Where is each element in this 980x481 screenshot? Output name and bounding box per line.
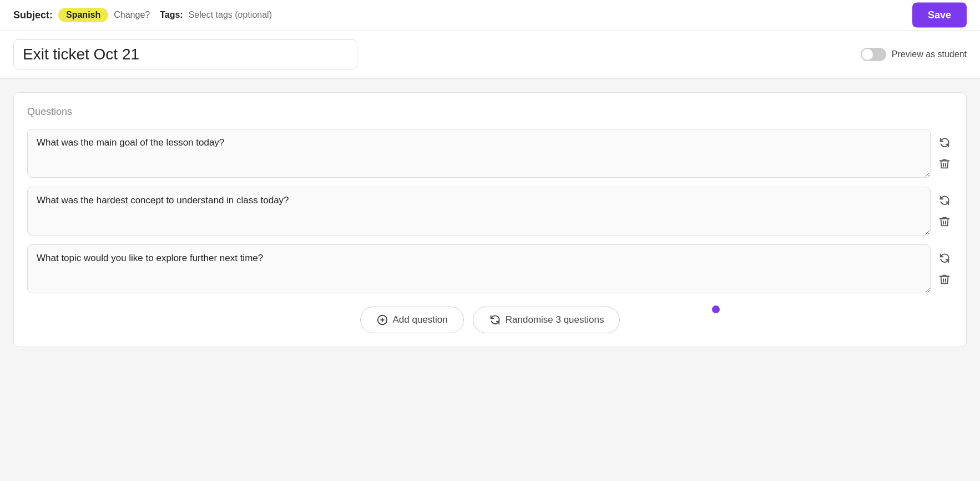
trash-icon xyxy=(938,216,951,228)
questions-heading: Questions xyxy=(27,106,953,118)
question-2-actions xyxy=(936,187,953,230)
regenerate-3-button[interactable] xyxy=(936,250,953,267)
question-1-actions xyxy=(936,129,953,172)
question-3-textarea[interactable]: What topic would you like to explore fur… xyxy=(27,244,931,293)
save-button[interactable]: Save xyxy=(912,3,967,28)
bottom-actions: Add question Randomise 3 questions xyxy=(27,307,953,333)
purple-dot xyxy=(712,305,720,313)
delete-1-button[interactable] xyxy=(936,156,953,172)
trash-icon xyxy=(938,158,951,170)
question-1-textarea[interactable]: What was the main goal of the lesson tod… xyxy=(27,129,931,178)
tags-label: Tags: xyxy=(160,10,183,20)
add-question-button[interactable]: Add question xyxy=(360,307,464,333)
plus-circle-icon xyxy=(376,314,388,326)
regenerate-icon xyxy=(938,137,951,149)
main-content: Questions What was the main goal of the … xyxy=(0,79,980,360)
randomise-icon xyxy=(489,314,501,326)
title-input[interactable] xyxy=(13,39,357,69)
delete-3-button[interactable] xyxy=(936,271,953,288)
title-row: Preview as student xyxy=(0,31,980,79)
question-row: What topic would you like to explore fur… xyxy=(27,244,953,293)
preview-label: Preview as student xyxy=(892,49,967,59)
regenerate-icon xyxy=(938,252,951,264)
question-row: What was the main goal of the lesson tod… xyxy=(27,129,953,178)
preview-toggle[interactable] xyxy=(861,48,886,61)
question-2-textarea[interactable]: What was the hardest concept to understa… xyxy=(27,187,931,236)
subject-label: Subject: xyxy=(13,9,53,21)
regenerate-icon xyxy=(938,194,951,207)
regenerate-1-button[interactable] xyxy=(936,134,953,151)
delete-2-button[interactable] xyxy=(936,213,953,230)
regenerate-2-button[interactable] xyxy=(936,192,953,209)
randomise-label: Randomise 3 questions xyxy=(506,314,604,325)
randomise-button[interactable]: Randomise 3 questions xyxy=(473,307,620,333)
change-link[interactable]: Change? xyxy=(114,10,150,20)
tags-select[interactable]: Select tags (optional) xyxy=(189,10,272,20)
question-3-actions xyxy=(936,244,953,288)
question-row: What was the hardest concept to understa… xyxy=(27,187,953,236)
preview-toggle-row: Preview as student xyxy=(861,48,967,61)
trash-icon xyxy=(938,273,951,285)
questions-section: Questions What was the main goal of the … xyxy=(13,92,967,347)
add-question-label: Add question xyxy=(393,314,448,325)
subject-badge[interactable]: Spanish xyxy=(58,8,108,22)
top-bar: Subject: Spanish Change? Tags: Select ta… xyxy=(0,0,980,31)
